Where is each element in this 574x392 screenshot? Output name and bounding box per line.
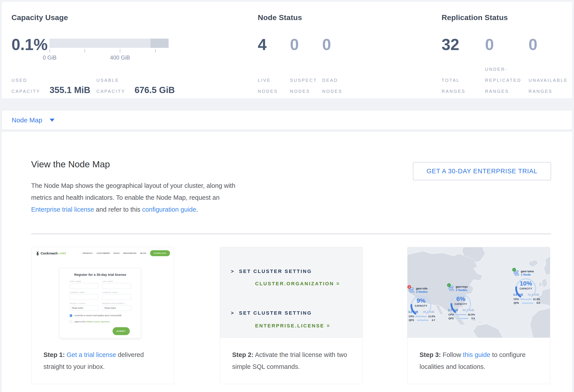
usable-capacity-label: USABLE CAPACITY [96,75,125,97]
node-count: 2 Nodes [456,288,468,292]
checkbox-label: I agree to the Software License Agreemen… [74,320,110,323]
cpu-label: CPU [513,298,519,300]
map-preview: 1 geo=sfo 2 Nodes 9% CAPACITY 3.2 GiB35.… [407,247,550,338]
nav-item: CUSTOMERS [97,252,110,254]
step-number: Step 3: [420,351,441,358]
step-card-license: Cockroach LABS PRODUCT CUSTOMERS DOCS RE… [31,247,174,384]
stat-value: 4 [258,37,290,53]
cpu-sparkline [520,298,532,300]
field-label: COMPANY EMAIL [102,292,131,293]
step-caption: Step 3: Follow this guide to configure l… [407,338,550,384]
node-locality: geo=nyc [456,285,468,288]
map-node-widget-sfo: 1 geo=sfo 2 Nodes 9% CAPACITY 3.2 GiB35.… [408,287,441,294]
stat-label: LIVE NODES [258,75,278,97]
stat-label: UNAVAILABLE RANGES [529,75,568,97]
stat-label: DEAD NODES [322,75,342,97]
nav-item: PRODUCT [83,252,93,254]
cpu-label: CPU [449,313,454,316]
description-text: and refer to this [94,206,142,213]
capacity-max: 35.1 GiB [423,310,434,314]
cpu-row: CPU 11.0% [409,315,435,318]
ok-badge-icon: ✓ [447,283,451,287]
axis-tick [84,49,85,53]
capacity-min: 3.6 GiB [513,293,523,296]
caption-text: Follow [441,351,463,358]
form-title: Register for a 30-day trial license [70,273,131,277]
description-text: The Node Map shows the geographical layo… [31,182,235,201]
node-status-section: Node Status 4 LIVE NODES 0 SUSPECT NODES… [258,2,412,98]
caret-down-icon [50,119,55,122]
field-input [102,283,131,289]
trial-license-form: Register for a 30-day trial license FIRS… [60,268,141,338]
stat-value: 0 [485,37,529,53]
qps-sparkline [522,302,533,304]
sql-setting-line: ENTERPRISE.LICENSE = [255,323,330,329]
section-divider [31,234,551,234]
enterprise-trial-link[interactable]: Enterprise trial license [31,206,94,213]
sql-prompt-line: > SET CLUSTER SETTING [231,269,312,274]
step-caption: Step 1: Get a trial license delivered st… [31,338,174,384]
license-agreement-link: Software License Agreement. [85,320,110,323]
gauge-capacity-label: CAPACITY [450,303,472,305]
capacity-bar: 0 GiB 400 GiB [49,38,169,48]
checkbox-checked-icon: ✓ [70,314,72,317]
suspect-nodes-stat: 0 SUSPECT NODES [290,37,322,97]
checkbox-unchecked-icon [70,320,72,323]
configuration-guide-link[interactable]: configuration guide [142,206,196,213]
step-card-node-map: 1 geo=sfo 2 Nodes 9% CAPACITY 3.2 GiB35.… [407,247,550,384]
field-select: Please Select [102,305,131,311]
tick-label-400: 400 GiB [110,55,130,61]
capacity-percent: 0.1% [11,37,48,53]
axis-tick [49,49,50,53]
error-badge-icon: 1 [407,285,411,289]
sql-preview: > SET CLUSTER SETTING CLUSTER.ORGANIZATI… [220,247,363,338]
qps-value: 4.7 [432,319,435,321]
qps-label: QPS [513,302,519,304]
capacity-usage-section: Capacity Usage 0.1% 0 GiB 400 GiB USED C… [11,2,243,98]
view-selector-bar: Node Map [2,110,572,130]
qps-value: 0.0 [536,302,540,304]
cluster-overview-page: Capacity Usage 0.1% 0 GiB 400 GiB USED C… [0,0,574,392]
node-map-selector[interactable]: Node Map [12,116,42,124]
total-ranges-stat: 32 TOTAL RANGES [442,37,485,97]
stat-value: 32 [442,37,485,53]
field-input [70,294,99,300]
field-select: Please Select [70,305,99,311]
step-caption: Step 2: Activate the trial license with … [220,338,363,384]
cpu-value: 12.3% [533,298,540,300]
under-replicated-ranges-stat: 0 UNDER- REPLICATED RANGES [485,37,529,97]
sql-setting-line: CLUSTER.ORGANIZATION = [255,281,340,287]
capacity-bar-track [49,38,169,48]
brand-suffix: LABS [59,252,66,255]
site-preview: Cockroach LABS PRODUCT CUSTOMERS DOCS RE… [31,247,174,338]
get-trial-license-link[interactable]: Get a trial license [67,351,116,358]
unavailable-ranges-stat: 0 UNAVAILABLE RANGES [529,37,572,97]
node-count: 2 Nodes [416,290,428,294]
section-title: Replication Status [442,13,508,22]
capacity-max: 34.4 GiB [528,293,539,296]
qps-label: QPS [449,317,454,320]
node-map-enterprise-section: View the Node Map The Node Map shows the… [2,132,572,392]
dead-nodes-stat: 0 DEAD NODES [322,37,354,97]
field-input [70,283,99,289]
this-guide-link[interactable]: this guide [463,351,490,358]
replication-status-section: Replication Status 32 TOTAL RANGES 0 UND… [442,2,570,98]
node-locality: geo=ams [521,270,534,273]
get-enterprise-trial-button[interactable]: GET A 30-DAY ENTERPRISE TRIAL [413,162,551,180]
map-node-widget-ams: ✓ geo=ams 1 Node 10% CAPACITY 3.6 GiB34.… [513,270,546,276]
step-number: Step 1: [43,351,65,358]
field-input [102,294,131,300]
section-title: Node Status [258,13,302,22]
stat-value: 0 [290,37,322,53]
nav-item: RESOURCES [123,252,137,254]
qps-row: QPS 4.7 [409,319,435,321]
section-title: Capacity Usage [11,13,68,22]
step-card-sql: > SET CLUSTER SETTING CLUSTER.ORGANIZATI… [220,247,363,384]
nav-item: DOCS [114,252,120,254]
enterprise-description: The Node Map shows the geographical layo… [31,180,247,215]
field-label: LAST NAME [102,281,131,282]
brand-name: Cockroach [41,251,58,255]
cpu-sparkline [455,313,467,316]
qps-value: 0.0 [472,317,475,320]
page-title: View the Node Map [31,159,110,169]
